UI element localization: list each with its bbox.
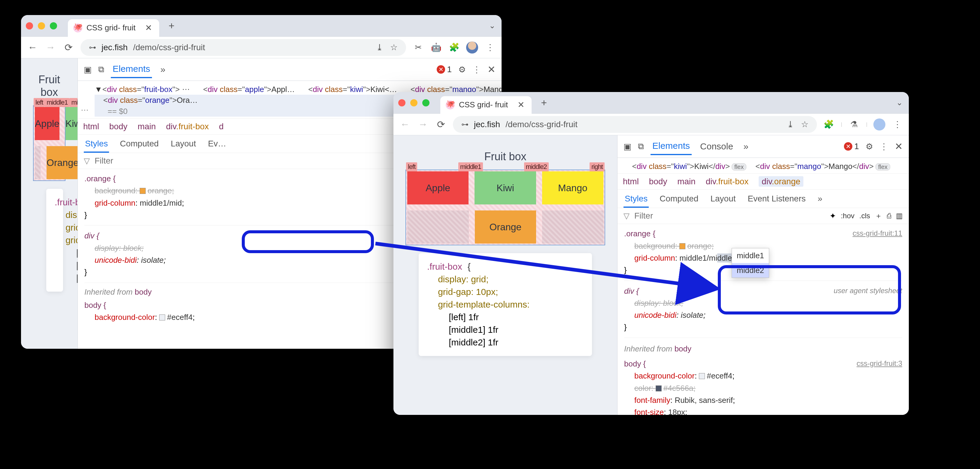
ellipsis-icon[interactable]: ⋯ — [81, 105, 89, 115]
new-tab-button[interactable]: + — [163, 17, 180, 35]
zoom-window-button[interactable] — [50, 22, 57, 29]
source-link[interactable]: css-grid-fruit:11 — [853, 228, 902, 239]
extensions-icon[interactable]: 🧩 — [823, 120, 835, 129]
grid-line-label: middle1 — [45, 98, 69, 107]
breadcrumbs[interactable]: html body main div.fruit-box div.orange — [617, 174, 909, 190]
subtab-layout[interactable]: Layout — [169, 135, 197, 153]
autocomplete-option[interactable]: middle1 — [732, 248, 769, 263]
subtab-layout[interactable]: Layout — [709, 190, 737, 208]
crumb[interactable]: div.fruit-box — [706, 177, 749, 186]
elements-tree[interactable]: <div class="kiwi">Kiwi</div>flex <div cl… — [617, 158, 909, 174]
styles-filter-bar: ▽ ✦ :hov .cls ＋ ⎙ ▥ — [617, 208, 909, 224]
reload-button[interactable]: ⟳ — [435, 119, 447, 130]
zoom-window-button[interactable] — [422, 99, 430, 107]
close-window-button[interactable] — [398, 99, 406, 107]
crumb[interactable]: html — [623, 177, 639, 186]
grid-line-label: middle2 — [524, 162, 549, 171]
panel-icon[interactable]: ▥ — [896, 212, 903, 220]
error-badge[interactable]: ✕1 — [844, 142, 859, 151]
cls-toggle[interactable]: .cls — [859, 212, 870, 220]
kebab-menu-icon[interactable]: ⋮ — [891, 120, 904, 129]
tab-elements[interactable]: Elements — [651, 138, 692, 155]
reload-button[interactable]: ⟳ — [62, 42, 75, 53]
filter-icon: ▽ — [624, 211, 630, 221]
crumb[interactable]: div.orange — [759, 176, 803, 187]
crumb[interactable]: d — [219, 122, 224, 131]
crumb[interactable]: main — [677, 177, 695, 186]
toggle-icon[interactable]: ⎙ — [887, 212, 891, 220]
crumb[interactable]: main — [138, 122, 156, 131]
crumb[interactable]: body — [109, 122, 128, 131]
minimize-window-button[interactable] — [38, 22, 45, 29]
device-mode-icon[interactable]: ⧉ — [638, 142, 644, 152]
page-title: Fruit box — [409, 150, 602, 163]
crumb[interactable]: html — [83, 122, 99, 131]
install-icon[interactable]: ⤓ — [787, 120, 794, 129]
new-rule-icon[interactable]: ＋ — [875, 211, 882, 221]
bookmark-icon[interactable]: ☆ — [801, 120, 808, 129]
inspect-icon[interactable]: ▣ — [84, 65, 92, 75]
close-devtools-icon[interactable]: ✕ — [895, 141, 903, 152]
tab-more[interactable]: » — [741, 138, 750, 155]
close-tab-icon[interactable]: ✕ — [517, 100, 524, 110]
window-controls — [398, 99, 430, 107]
crumb[interactable]: div.fruit-box — [166, 122, 209, 131]
tab-more[interactable]: » — [159, 61, 167, 78]
kebab-icon[interactable]: ⋮ — [880, 142, 888, 152]
devtools-toolbar: ▣ ⧉ Elements » ✕1 ⚙ ⋮ ✕ — [78, 58, 501, 81]
bookmark-icon[interactable]: ☆ — [390, 42, 398, 52]
crumb[interactable]: body — [649, 177, 667, 186]
subtab-styles[interactable]: Styles — [84, 135, 109, 153]
close-tab-icon[interactable]: ✕ — [145, 23, 152, 33]
styles-filter-input[interactable] — [634, 211, 825, 221]
autocomplete-option[interactable]: middle2 — [732, 263, 769, 278]
browser-tab[interactable]: CSS grid- fruit ✕ — [440, 96, 531, 114]
ai-icon[interactable]: ✦ — [829, 211, 836, 221]
tabs-menu-icon[interactable]: ⌄ — [896, 98, 903, 107]
profile-avatar[interactable] — [873, 118, 885, 131]
settings-icon[interactable]: ⚙ — [458, 65, 466, 75]
kebab-menu-icon[interactable]: ⋮ — [484, 42, 496, 52]
tab-title: CSS grid- fruit — [459, 100, 508, 109]
kebab-icon[interactable]: ⋮ — [473, 65, 481, 75]
styles-tabs: Styles Computed Layout Event Listeners » — [617, 190, 909, 208]
browser-tab[interactable]: CSS grid- fruit ✕ — [68, 19, 159, 37]
url-input[interactable]: ⊶ jec.fish/demo/css-grid-fruit ⤓ ☆ — [81, 39, 406, 56]
tab-console[interactable]: Console — [698, 138, 735, 155]
site-info-icon[interactable]: ⊶ — [89, 43, 96, 52]
subtab-computed[interactable]: Computed — [119, 135, 160, 153]
subtab-events[interactable]: Event Listeners — [747, 190, 807, 208]
url-host: jec.fish — [474, 120, 500, 129]
source-link[interactable]: css-grid-fruit:3 — [857, 358, 902, 369]
device-mode-icon[interactable]: ⧉ — [98, 65, 104, 75]
subtab-styles[interactable]: Styles — [624, 190, 649, 208]
new-tab-button[interactable]: + — [535, 94, 553, 112]
subtab-more[interactable]: » — [817, 190, 824, 208]
titlebar: CSS grid- fruit ✕ + ⌄ — [21, 15, 501, 37]
subtab-more[interactable]: Ev… — [207, 135, 228, 153]
install-icon[interactable]: ⤓ — [376, 42, 383, 52]
close-window-button[interactable] — [26, 22, 33, 29]
tab-elements[interactable]: Elements — [111, 61, 152, 78]
labs-icon[interactable]: ⚗ — [848, 120, 860, 129]
tabs-menu-icon[interactable]: ⌄ — [489, 21, 496, 30]
close-devtools-icon[interactable]: ✕ — [487, 64, 496, 75]
back-button[interactable]: ← — [26, 42, 38, 53]
subtab-computed[interactable]: Computed — [658, 190, 700, 208]
extensions-icon[interactable]: 🧩 — [448, 42, 460, 52]
robot-icon[interactable]: 🤖 — [430, 42, 442, 52]
minimize-window-button[interactable] — [410, 99, 417, 107]
error-badge[interactable]: ✕1 — [437, 65, 452, 74]
devtools-panel: ▣ ⧉ Elements Console » ✕1 ⚙ ⋮ ✕ <div cla… — [617, 135, 909, 415]
grid-line-label: left — [33, 98, 45, 107]
styles-rules[interactable]: .orange { css-grid-fruit:11 background: … — [617, 224, 909, 415]
inspect-icon[interactable]: ▣ — [624, 142, 631, 152]
url-input[interactable]: ⊶ jec.fish/demo/css-grid-fruit ⤓ ☆ — [453, 116, 817, 133]
browser-window-after: CSS grid- fruit ✕ + ⌄ ← → ⟳ ⊶ jec.fish/d… — [393, 92, 909, 415]
site-info-icon[interactable]: ⊶ — [461, 120, 469, 129]
settings-icon[interactable]: ⚙ — [865, 142, 873, 152]
profile-avatar[interactable] — [466, 41, 478, 54]
scissors-icon[interactable]: ✂ — [412, 42, 424, 52]
hov-toggle[interactable]: :hov — [841, 212, 854, 220]
autocomplete-popup[interactable]: middle1 middle2 — [732, 248, 769, 278]
